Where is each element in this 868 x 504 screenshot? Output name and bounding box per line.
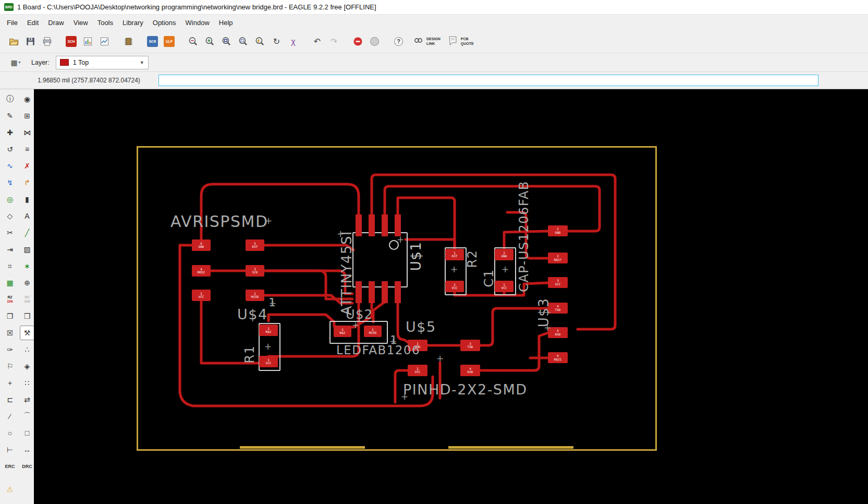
polygon-tool[interactable]: ◇ <box>3 209 17 223</box>
ratsnest-tool[interactable]: ∗ <box>20 259 34 273</box>
pad-led-miso[interactable]: 1MISO <box>364 326 382 337</box>
info-tool[interactable]: ⓘ <box>3 92 17 106</box>
miter-tool[interactable]: ╱ <box>20 225 34 240</box>
menu-window[interactable]: Window <box>181 17 214 29</box>
menu-options[interactable]: Options <box>148 17 181 29</box>
label-r1[interactable]: R1 <box>242 345 257 364</box>
board-traces[interactable] <box>34 89 868 504</box>
chip-pad[interactable] <box>395 214 401 236</box>
label-ledfab1206[interactable]: LEDFAB1206 <box>336 343 420 357</box>
menu-tools[interactable]: Tools <box>93 17 118 29</box>
display-tool[interactable]: ✎ <box>3 109 17 123</box>
trace[interactable] <box>211 271 352 294</box>
chip-pad[interactable] <box>395 281 401 303</box>
ripup-tool[interactable]: ✗ <box>20 159 34 173</box>
special-function-button[interactable]: χ <box>286 34 301 49</box>
zoom-fit-button[interactable] <box>219 34 234 49</box>
move-tool[interactable]: ✚ <box>3 125 17 140</box>
pad-r2-vcc[interactable]: 2VCC <box>445 281 464 292</box>
slice-tool[interactable]: ✂ <box>3 225 17 240</box>
pad-r1-n2[interactable]: 2N$2 <box>259 325 278 336</box>
measure-tool[interactable]: ⊢ <box>3 442 17 457</box>
rect-tool[interactable]: □ <box>20 426 34 440</box>
pad-isp-rst[interactable]: 5RST <box>246 239 264 251</box>
pad-led-n2[interactable]: 2N$2 <box>334 326 351 337</box>
arc-tool[interactable]: ⌒ <box>20 409 34 424</box>
pad-c1-vcc[interactable]: 1VCC <box>495 281 514 292</box>
pad-u5-vcc[interactable]: 2VCC <box>408 365 427 376</box>
ulp-button[interactable]: ULP <box>162 34 177 49</box>
chip-pad[interactable] <box>369 281 375 303</box>
replicate-tool[interactable]: ∷ <box>20 376 34 390</box>
trace[interactable] <box>385 186 600 231</box>
pad-isp-vcc[interactable]: 2VCC <box>192 290 211 301</box>
change-tool[interactable]: ⚒ <box>20 326 34 340</box>
redo-button[interactable]: ↷ <box>326 34 341 49</box>
zoom-in-button[interactable] <box>202 34 217 49</box>
lock-tool[interactable]: ◈ <box>20 359 34 374</box>
schematic-button[interactable]: SCH <box>64 34 79 49</box>
pad-u3-vcc[interactable]: 3VCC <box>548 277 568 288</box>
script-button[interactable]: SCR <box>145 34 160 49</box>
trace[interactable] <box>479 333 548 370</box>
pad-u3-n17[interactable]: 2N$17 <box>548 253 568 263</box>
copy-tool[interactable]: ❐ <box>3 309 17 323</box>
pinswap-tool[interactable]: ⇥ <box>3 242 17 257</box>
route-tool[interactable]: ↱ <box>20 175 34 190</box>
menu-draw[interactable]: Draw <box>43 17 68 29</box>
mirror-tool[interactable]: ⋈ <box>20 125 34 140</box>
menu-help[interactable]: Help <box>214 17 238 29</box>
text-tool[interactable]: A <box>20 209 34 223</box>
line-tool[interactable]: ∕ <box>3 409 17 424</box>
mark-tool[interactable]: ⊞ <box>20 109 34 123</box>
stop-button[interactable] <box>350 34 365 49</box>
array-tool[interactable]: ∴ <box>20 342 34 357</box>
show-tool[interactable]: ◉ <box>20 92 34 106</box>
swap-tool[interactable]: ⇄ <box>20 392 34 407</box>
label-u5[interactable]: U$5 <box>406 319 436 335</box>
pad-u5-txd[interactable]: 3TXD <box>460 340 480 351</box>
wire-tool[interactable]: ∿ <box>3 159 17 173</box>
label-r2[interactable]: R2 <box>465 250 480 268</box>
align-tool[interactable]: ≡ <box>20 142 34 157</box>
design-link-button[interactable]: DESIGNLINK <box>413 35 441 48</box>
rotate-tool[interactable]: ↺ <box>3 142 17 157</box>
pad-u3-gnd[interactable]: 1GND <box>548 225 568 236</box>
pad-c1-gnd[interactable]: 2GND <box>495 249 514 260</box>
pad-isp-miso[interactable]: 1MISO <box>246 290 264 301</box>
label-pinhd[interactable]: PINHD-2X2-SMD <box>403 381 528 398</box>
help-button[interactable]: ? <box>391 34 406 49</box>
paste-tool[interactable]: ❒ <box>20 309 34 323</box>
label-c1[interactable]: C1 <box>482 269 496 287</box>
delete-tool[interactable]: ☒ <box>3 326 17 340</box>
value-tool[interactable]: R210k <box>20 292 34 307</box>
trace[interactable] <box>373 302 385 322</box>
chip-pad[interactable] <box>356 281 362 303</box>
save-button[interactable] <box>23 34 38 49</box>
menu-file[interactable]: File <box>2 17 22 29</box>
undo-button[interactable]: ↶ <box>310 34 325 49</box>
zoom-redraw-button[interactable] <box>252 34 267 49</box>
pad-isp-sck[interactable]: 3SCK <box>246 265 264 277</box>
menu-edit[interactable]: Edit <box>22 17 43 29</box>
pad-isp-mosi[interactable]: 4MOSI <box>192 265 211 277</box>
optimize-tool[interactable]: ⊕ <box>20 275 34 290</box>
label-avrispsmd[interactable]: AVRISPSMD <box>170 212 268 231</box>
board-canvas[interactable]: 6GND5RST4MOSI3SCK2VCC1MISO2N$21VCC2N$21M… <box>34 89 868 504</box>
pad-isp-gnd[interactable]: 6GND <box>192 239 211 251</box>
chip-pad[interactable] <box>382 214 388 236</box>
print-button[interactable] <box>40 34 55 49</box>
circle-tool[interactable]: ○ <box>3 426 17 440</box>
menu-view[interactable]: View <box>69 17 93 29</box>
sheet-list-button[interactable] <box>80 34 95 49</box>
pcb-quote-button[interactable]: PCBQUOTE <box>447 35 474 48</box>
menu-library[interactable]: Library <box>118 17 148 29</box>
connect-tool[interactable]: ⊏ <box>3 392 17 407</box>
pad-r2-rst[interactable]: 1RST <box>445 249 464 260</box>
chip-pad[interactable] <box>356 214 362 236</box>
component-button[interactable] <box>121 34 136 49</box>
dimension-tool[interactable]: ⌗ <box>3 259 17 273</box>
label-u1[interactable]: U$1 <box>408 242 424 271</box>
split-tool[interactable]: ↯ <box>3 175 17 190</box>
erc-button[interactable]: ERC <box>3 459 17 474</box>
